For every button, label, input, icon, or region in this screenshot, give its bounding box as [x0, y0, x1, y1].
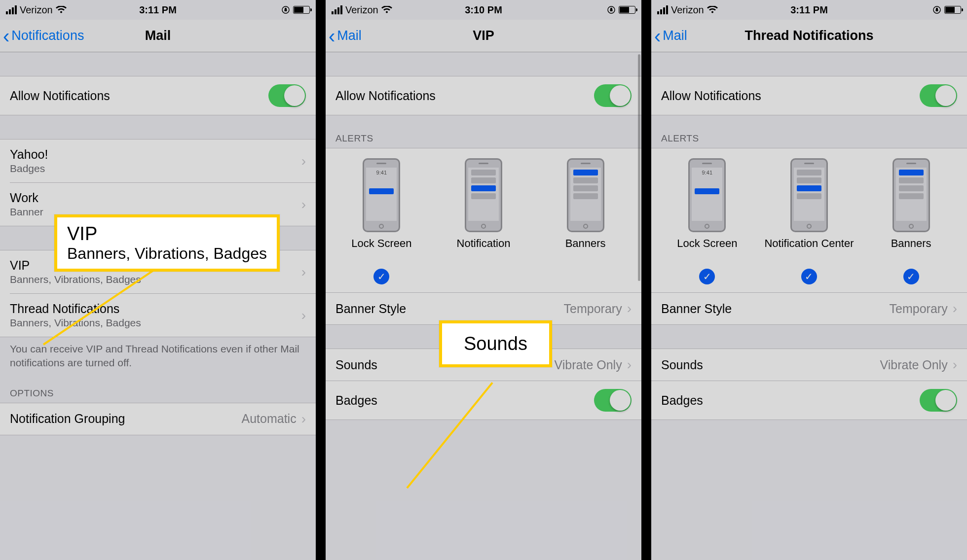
banner-style-row[interactable]: Banner Style Temporary ›: [651, 292, 967, 325]
alerts-header: ALERTS: [651, 115, 967, 148]
banner-style-value: Temporary: [890, 302, 948, 316]
badges-toggle[interactable]: [920, 389, 957, 412]
chevron-right-icon: ›: [953, 301, 957, 316]
nav-bar: ‹ Mail VIP: [326, 20, 641, 52]
badges-row[interactable]: Badges: [326, 381, 641, 420]
badges-row[interactable]: Badges: [651, 381, 967, 420]
sounds-row[interactable]: Sounds Vibrate Only ›: [651, 349, 967, 381]
screen-vip-settings: Verizon 3:10 PM ‹ Mail VIP Allow Notific…: [326, 0, 641, 560]
grouping-value: Automatic: [242, 412, 297, 426]
alert-label: Banners: [565, 237, 606, 264]
badges-label: Badges: [661, 393, 703, 408]
callout-sounds: Sounds: [439, 320, 552, 367]
alert-banners[interactable]: Banners ✓: [860, 158, 962, 284]
status-bar: Verizon 3:10 PM: [326, 0, 641, 20]
allow-notifications-row[interactable]: Allow Notifications: [651, 76, 967, 115]
account-sub: Badges: [10, 163, 48, 175]
chevron-right-icon: ›: [627, 301, 632, 316]
checkmark-icon: ✓: [373, 269, 389, 284]
scroll-thumb[interactable]: [638, 54, 640, 281]
callout-vip-sub: Banners, Vibrations, Badges: [67, 245, 267, 263]
allow-notifications-label: Allow Notifications: [10, 89, 110, 103]
alert-label: Notification: [457, 237, 511, 264]
battery-icon: [293, 6, 310, 14]
status-time: 3:11 PM: [0, 4, 316, 16]
sounds-value: Vibrate Only: [555, 358, 622, 372]
callout-sounds-title: Sounds: [464, 333, 527, 354]
nav-bar: ‹ Notifications Mail: [0, 20, 316, 52]
battery-icon: [619, 6, 635, 14]
allow-notifications-toggle[interactable]: [920, 84, 957, 107]
badges-label: Badges: [335, 393, 377, 408]
banners-preview-icon: [893, 158, 930, 232]
banner-style-value: Temporary: [564, 302, 622, 316]
alert-notification-center[interactable]: Notification Center ✓: [759, 158, 860, 284]
status-time: 3:11 PM: [651, 4, 967, 16]
alerts-row: 9:41 Lock Screen ✓ Notification ✓ Banner…: [326, 148, 641, 293]
page-title: VIP: [326, 28, 641, 43]
screen-mail-notifications: Verizon 3:11 PM ‹ Notifications Mail All…: [0, 0, 316, 560]
accounts-group: Yahoo! Badges › Work Banner ›: [0, 139, 316, 226]
account-sub: Banner: [10, 206, 43, 218]
alert-label: Lock Screen: [351, 237, 411, 264]
status-bar: Verizon 3:11 PM: [651, 0, 967, 20]
alert-lock-screen[interactable]: 9:41 Lock Screen ✓: [331, 158, 432, 284]
chevron-right-icon: ›: [301, 308, 306, 323]
alerts-header: ALERTS: [326, 115, 641, 148]
account-title: Yahoo!: [10, 147, 48, 162]
status-bar: Verizon 3:11 PM: [0, 0, 316, 20]
checkmark-icon: ✓: [903, 269, 919, 284]
allow-notifications-toggle[interactable]: [268, 84, 306, 107]
lock-screen-preview-icon: 9:41: [688, 158, 726, 232]
banners-preview-icon: [567, 158, 604, 232]
banner-style-label: Banner Style: [661, 302, 732, 316]
banner-style-label: Banner Style: [335, 302, 406, 316]
page-title: Mail: [0, 28, 316, 43]
thread-title: Thread Notifications: [10, 302, 141, 316]
screen-thread-notifications: Verizon 3:11 PM ‹ Mail Thread Notificati…: [651, 0, 967, 560]
checkmark-icon: ✓: [801, 269, 817, 284]
nav-bar: ‹ Mail Thread Notifications: [651, 20, 967, 52]
notification-grouping-row[interactable]: Notification Grouping Automatic ›: [0, 403, 316, 435]
sounds-label: Sounds: [661, 358, 703, 372]
allow-notifications-label: Allow Notifications: [661, 89, 761, 103]
page-title: Thread Notifications: [651, 28, 967, 43]
allow-notifications-row[interactable]: Allow Notifications: [326, 76, 641, 115]
allow-notifications-toggle[interactable]: [594, 84, 632, 107]
checkmark-icon: ✓: [699, 269, 715, 284]
allow-notifications-label: Allow Notifications: [335, 89, 436, 103]
allow-notifications-row[interactable]: Allow Notifications: [0, 76, 316, 115]
callout-vip: VIP Banners, Vibrations, Badges: [54, 214, 280, 272]
status-time: 3:10 PM: [326, 4, 641, 16]
sounds-value: Vibrate Only: [880, 358, 948, 372]
account-row-yahoo[interactable]: Yahoo! Badges ›: [0, 140, 316, 182]
account-title: Work: [10, 191, 43, 205]
notification-center-preview-icon: [790, 158, 828, 232]
alert-notification-center[interactable]: Notification ✓: [433, 158, 534, 284]
grouping-label: Notification Grouping: [10, 412, 125, 426]
thread-notifications-row[interactable]: Thread Notifications Banners, Vibrations…: [10, 293, 316, 337]
lock-screen-preview-icon: 9:41: [363, 158, 400, 232]
chevron-right-icon: ›: [301, 264, 306, 280]
chevron-right-icon: ›: [301, 153, 306, 169]
callout-vip-title: VIP: [67, 223, 267, 245]
badges-toggle[interactable]: [594, 389, 632, 412]
chevron-right-icon: ›: [301, 411, 306, 427]
chevron-right-icon: ›: [627, 357, 632, 373]
alert-lock-screen[interactable]: 9:41 Lock Screen ✓: [657, 158, 758, 284]
alert-label: Banners: [891, 237, 931, 264]
battery-icon: [944, 6, 961, 14]
alert-label: Notification Center: [764, 237, 854, 264]
alert-label: Lock Screen: [677, 237, 737, 264]
options-header: OPTIONS: [0, 370, 316, 403]
chevron-right-icon: ›: [953, 357, 957, 373]
notification-center-preview-icon: [465, 158, 502, 232]
sounds-label: Sounds: [335, 358, 377, 372]
chevron-right-icon: ›: [301, 197, 306, 212]
alert-banners[interactable]: Banners ✓: [535, 158, 636, 284]
alerts-row: 9:41 Lock Screen ✓ Notification Center ✓…: [651, 148, 967, 293]
vip-sub: Banners, Vibrations, Badges: [10, 274, 141, 285]
